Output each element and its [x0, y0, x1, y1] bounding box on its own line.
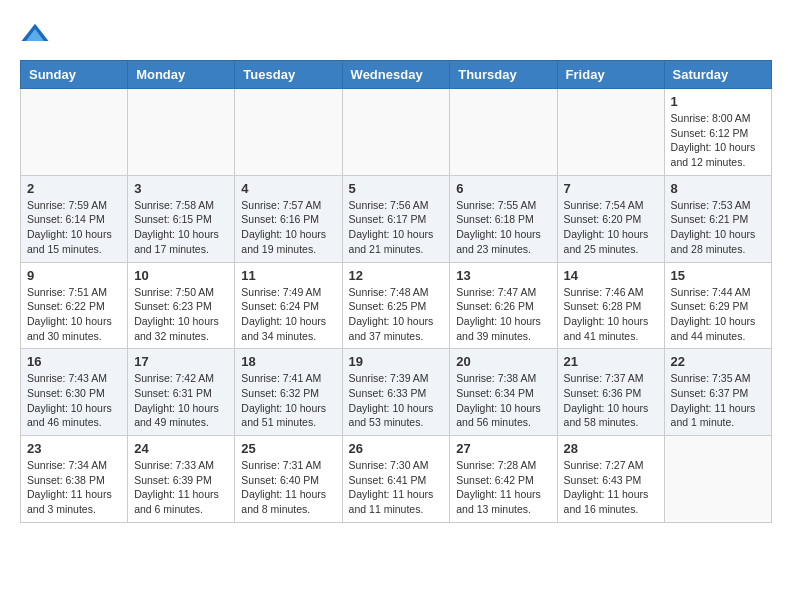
calendar-cell: 4Sunrise: 7:57 AM Sunset: 6:16 PM Daylig…: [235, 175, 342, 262]
day-info: Sunrise: 7:55 AM Sunset: 6:18 PM Dayligh…: [456, 198, 550, 257]
day-number: 5: [349, 181, 444, 196]
calendar-cell: 10Sunrise: 7:50 AM Sunset: 6:23 PM Dayli…: [128, 262, 235, 349]
day-info: Sunrise: 7:50 AM Sunset: 6:23 PM Dayligh…: [134, 285, 228, 344]
calendar-cell: 13Sunrise: 7:47 AM Sunset: 6:26 PM Dayli…: [450, 262, 557, 349]
day-number: 4: [241, 181, 335, 196]
day-number: 16: [27, 354, 121, 369]
calendar-cell: 3Sunrise: 7:58 AM Sunset: 6:15 PM Daylig…: [128, 175, 235, 262]
day-info: Sunrise: 7:27 AM Sunset: 6:43 PM Dayligh…: [564, 458, 658, 517]
day-number: 22: [671, 354, 765, 369]
calendar-cell: 25Sunrise: 7:31 AM Sunset: 6:40 PM Dayli…: [235, 436, 342, 523]
calendar-cell: [21, 89, 128, 176]
day-number: 10: [134, 268, 228, 283]
day-header-tuesday: Tuesday: [235, 61, 342, 89]
day-number: 18: [241, 354, 335, 369]
day-number: 19: [349, 354, 444, 369]
day-info: Sunrise: 7:39 AM Sunset: 6:33 PM Dayligh…: [349, 371, 444, 430]
calendar-week-5: 23Sunrise: 7:34 AM Sunset: 6:38 PM Dayli…: [21, 436, 772, 523]
calendar-cell: 28Sunrise: 7:27 AM Sunset: 6:43 PM Dayli…: [557, 436, 664, 523]
day-info: Sunrise: 7:49 AM Sunset: 6:24 PM Dayligh…: [241, 285, 335, 344]
day-number: 27: [456, 441, 550, 456]
day-number: 25: [241, 441, 335, 456]
day-info: Sunrise: 7:56 AM Sunset: 6:17 PM Dayligh…: [349, 198, 444, 257]
calendar-cell: [557, 89, 664, 176]
day-number: 11: [241, 268, 335, 283]
calendar-week-1: 1Sunrise: 8:00 AM Sunset: 6:12 PM Daylig…: [21, 89, 772, 176]
calendar-cell: [342, 89, 450, 176]
day-number: 20: [456, 354, 550, 369]
day-info: Sunrise: 7:33 AM Sunset: 6:39 PM Dayligh…: [134, 458, 228, 517]
day-info: Sunrise: 7:44 AM Sunset: 6:29 PM Dayligh…: [671, 285, 765, 344]
calendar-cell: 20Sunrise: 7:38 AM Sunset: 6:34 PM Dayli…: [450, 349, 557, 436]
day-info: Sunrise: 7:59 AM Sunset: 6:14 PM Dayligh…: [27, 198, 121, 257]
calendar-cell: 6Sunrise: 7:55 AM Sunset: 6:18 PM Daylig…: [450, 175, 557, 262]
calendar-cell: 17Sunrise: 7:42 AM Sunset: 6:31 PM Dayli…: [128, 349, 235, 436]
day-number: 14: [564, 268, 658, 283]
day-header-saturday: Saturday: [664, 61, 771, 89]
calendar-cell: [128, 89, 235, 176]
day-info: Sunrise: 7:31 AM Sunset: 6:40 PM Dayligh…: [241, 458, 335, 517]
calendar-cell: 8Sunrise: 7:53 AM Sunset: 6:21 PM Daylig…: [664, 175, 771, 262]
calendar-cell: 21Sunrise: 7:37 AM Sunset: 6:36 PM Dayli…: [557, 349, 664, 436]
day-info: Sunrise: 7:35 AM Sunset: 6:37 PM Dayligh…: [671, 371, 765, 430]
day-number: 21: [564, 354, 658, 369]
calendar-cell: 11Sunrise: 7:49 AM Sunset: 6:24 PM Dayli…: [235, 262, 342, 349]
day-number: 26: [349, 441, 444, 456]
header: [20, 20, 772, 50]
day-info: Sunrise: 7:58 AM Sunset: 6:15 PM Dayligh…: [134, 198, 228, 257]
calendar-cell: 7Sunrise: 7:54 AM Sunset: 6:20 PM Daylig…: [557, 175, 664, 262]
day-header-wednesday: Wednesday: [342, 61, 450, 89]
calendar-header-row: SundayMondayTuesdayWednesdayThursdayFrid…: [21, 61, 772, 89]
calendar-cell: 1Sunrise: 8:00 AM Sunset: 6:12 PM Daylig…: [664, 89, 771, 176]
day-info: Sunrise: 7:34 AM Sunset: 6:38 PM Dayligh…: [27, 458, 121, 517]
day-info: Sunrise: 7:57 AM Sunset: 6:16 PM Dayligh…: [241, 198, 335, 257]
day-info: Sunrise: 8:00 AM Sunset: 6:12 PM Dayligh…: [671, 111, 765, 170]
calendar-cell: 12Sunrise: 7:48 AM Sunset: 6:25 PM Dayli…: [342, 262, 450, 349]
calendar-cell: 27Sunrise: 7:28 AM Sunset: 6:42 PM Dayli…: [450, 436, 557, 523]
calendar-cell: 19Sunrise: 7:39 AM Sunset: 6:33 PM Dayli…: [342, 349, 450, 436]
day-header-sunday: Sunday: [21, 61, 128, 89]
calendar-cell: [235, 89, 342, 176]
day-number: 6: [456, 181, 550, 196]
day-number: 2: [27, 181, 121, 196]
calendar-cell: 23Sunrise: 7:34 AM Sunset: 6:38 PM Dayli…: [21, 436, 128, 523]
calendar-cell: 14Sunrise: 7:46 AM Sunset: 6:28 PM Dayli…: [557, 262, 664, 349]
calendar-cell: 18Sunrise: 7:41 AM Sunset: 6:32 PM Dayli…: [235, 349, 342, 436]
day-header-thursday: Thursday: [450, 61, 557, 89]
day-number: 13: [456, 268, 550, 283]
day-number: 23: [27, 441, 121, 456]
day-number: 3: [134, 181, 228, 196]
day-number: 9: [27, 268, 121, 283]
day-number: 17: [134, 354, 228, 369]
logo: [20, 20, 52, 50]
day-number: 8: [671, 181, 765, 196]
day-info: Sunrise: 7:30 AM Sunset: 6:41 PM Dayligh…: [349, 458, 444, 517]
calendar-cell: 15Sunrise: 7:44 AM Sunset: 6:29 PM Dayli…: [664, 262, 771, 349]
calendar-cell: [664, 436, 771, 523]
day-info: Sunrise: 7:42 AM Sunset: 6:31 PM Dayligh…: [134, 371, 228, 430]
calendar-week-3: 9Sunrise: 7:51 AM Sunset: 6:22 PM Daylig…: [21, 262, 772, 349]
day-info: Sunrise: 7:53 AM Sunset: 6:21 PM Dayligh…: [671, 198, 765, 257]
day-info: Sunrise: 7:46 AM Sunset: 6:28 PM Dayligh…: [564, 285, 658, 344]
calendar-cell: 5Sunrise: 7:56 AM Sunset: 6:17 PM Daylig…: [342, 175, 450, 262]
calendar: SundayMondayTuesdayWednesdayThursdayFrid…: [20, 60, 772, 523]
day-info: Sunrise: 7:37 AM Sunset: 6:36 PM Dayligh…: [564, 371, 658, 430]
day-number: 1: [671, 94, 765, 109]
day-info: Sunrise: 7:47 AM Sunset: 6:26 PM Dayligh…: [456, 285, 550, 344]
calendar-week-2: 2Sunrise: 7:59 AM Sunset: 6:14 PM Daylig…: [21, 175, 772, 262]
day-info: Sunrise: 7:28 AM Sunset: 6:42 PM Dayligh…: [456, 458, 550, 517]
day-info: Sunrise: 7:43 AM Sunset: 6:30 PM Dayligh…: [27, 371, 121, 430]
day-header-monday: Monday: [128, 61, 235, 89]
day-number: 28: [564, 441, 658, 456]
calendar-cell: 2Sunrise: 7:59 AM Sunset: 6:14 PM Daylig…: [21, 175, 128, 262]
calendar-cell: 16Sunrise: 7:43 AM Sunset: 6:30 PM Dayli…: [21, 349, 128, 436]
day-number: 24: [134, 441, 228, 456]
day-number: 15: [671, 268, 765, 283]
day-info: Sunrise: 7:38 AM Sunset: 6:34 PM Dayligh…: [456, 371, 550, 430]
calendar-cell: [450, 89, 557, 176]
calendar-cell: 26Sunrise: 7:30 AM Sunset: 6:41 PM Dayli…: [342, 436, 450, 523]
day-number: 7: [564, 181, 658, 196]
day-info: Sunrise: 7:41 AM Sunset: 6:32 PM Dayligh…: [241, 371, 335, 430]
day-info: Sunrise: 7:48 AM Sunset: 6:25 PM Dayligh…: [349, 285, 444, 344]
day-info: Sunrise: 7:51 AM Sunset: 6:22 PM Dayligh…: [27, 285, 121, 344]
